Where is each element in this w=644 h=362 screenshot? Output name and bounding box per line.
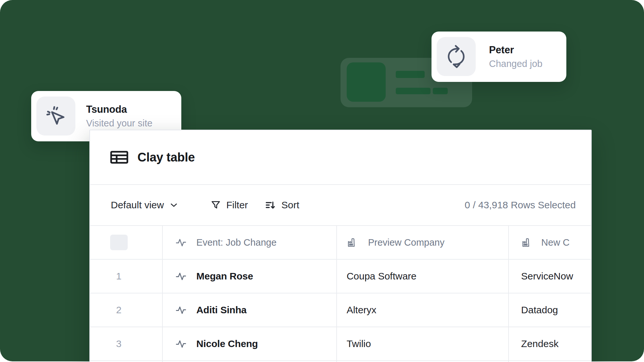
table-row: 2 Aditi Sinha Alteryx Datadog xyxy=(90,293,591,327)
company-name: ServiceNow xyxy=(521,271,573,282)
page-title: Clay table xyxy=(137,150,195,164)
data-grid: Event: Job Change Preview Company xyxy=(90,225,591,362)
column-header-label: New C xyxy=(541,237,570,248)
select-all-cell[interactable] xyxy=(90,226,163,259)
chevron-down-icon xyxy=(169,200,179,210)
table-icon xyxy=(110,150,128,164)
preview-company-cell[interactable]: Alteryx xyxy=(337,293,509,327)
table-row: 1 Megan Rose Coupa Software ServiceNow xyxy=(90,260,591,293)
rows-selected-status: 0 / 43,918 Rows Selected xyxy=(465,200,576,211)
preview-company-cell[interactable]: Twilio xyxy=(337,327,509,360)
contact-name: Megan Rose xyxy=(196,271,253,282)
notification-card-job-change: Peter Changed job xyxy=(431,32,566,82)
row-number-cell[interactable]: 2 xyxy=(90,293,163,327)
clay-hero-image: Peter Changed job Tsunoda Visited your s… xyxy=(0,0,644,362)
sync-icon xyxy=(442,42,470,71)
sort-button[interactable]: Sort xyxy=(265,199,299,211)
company-name: Twilio xyxy=(347,338,371,349)
skeleton-text-bar xyxy=(433,88,448,94)
sort-icon xyxy=(265,199,277,211)
preview-company-cell[interactable]: Coupa Software xyxy=(337,260,509,293)
company-icon xyxy=(347,237,358,248)
notification-title: Tsunoda xyxy=(86,104,152,115)
view-selector-label: Default view xyxy=(111,200,164,211)
company-name: Datadog xyxy=(521,304,558,316)
company-icon xyxy=(521,237,533,248)
new-company-cell[interactable]: Datadog xyxy=(509,293,591,327)
contact-name: Aditi Sinha xyxy=(196,304,246,316)
column-header-label: Preview Company xyxy=(368,237,444,248)
activity-icon xyxy=(175,271,187,282)
skeleton-avatar xyxy=(347,62,386,102)
view-selector[interactable]: Default view xyxy=(111,200,179,211)
column-header-new-company[interactable]: New C xyxy=(509,226,591,259)
filter-button[interactable]: Filter xyxy=(210,200,248,211)
activity-icon xyxy=(175,338,187,349)
notification-subtitle: Changed job xyxy=(489,58,542,69)
event-cell[interactable]: Aditi Sinha xyxy=(163,293,337,327)
row-number-cell[interactable]: 3 xyxy=(90,327,163,360)
skeleton-text-bar xyxy=(396,88,431,94)
row-number: 2 xyxy=(116,304,122,316)
grid-header-row: Event: Job Change Preview Company xyxy=(90,226,591,260)
filter-button-label: Filter xyxy=(226,200,248,211)
sync-icon-tile xyxy=(437,37,476,76)
activity-icon xyxy=(175,304,187,316)
notification-subtitle: Visited your site xyxy=(86,118,152,128)
notification-title: Peter xyxy=(489,45,542,56)
panel-header: Clay table xyxy=(90,130,591,184)
filter-funnel-icon xyxy=(210,200,221,211)
column-header-preview-company[interactable]: Preview Company xyxy=(337,226,509,259)
sort-button-label: Sort xyxy=(281,200,299,211)
event-cell[interactable]: Nicole Cheng xyxy=(163,327,337,360)
row-number-cell[interactable]: 1 xyxy=(90,260,163,293)
row-number: 1 xyxy=(116,271,122,282)
cursor-click-icon xyxy=(45,106,66,126)
contact-name: Nicole Cheng xyxy=(196,338,258,349)
company-name: Coupa Software xyxy=(347,271,417,282)
table-toolbar: Default view Filter Sort xyxy=(90,184,591,225)
new-company-cell[interactable]: Zendesk xyxy=(509,327,591,360)
company-name: Alteryx xyxy=(347,304,377,316)
column-header-label: Event: Job Change xyxy=(196,237,277,248)
cursor-click-icon-tile xyxy=(36,97,75,136)
column-header-event[interactable]: Event: Job Change xyxy=(163,226,337,259)
activity-icon xyxy=(175,237,187,248)
row-number: 3 xyxy=(116,338,122,349)
select-all-checkbox[interactable] xyxy=(110,235,128,250)
clay-table-panel: Clay table Default view Filter xyxy=(89,130,592,362)
skeleton-text-bar xyxy=(396,71,425,78)
new-company-cell[interactable]: ServiceNow xyxy=(509,260,591,293)
company-name: Zendesk xyxy=(521,338,559,349)
table-row: 3 Nicole Cheng Twilio Zendesk xyxy=(90,327,591,361)
event-cell[interactable]: Megan Rose xyxy=(163,260,337,293)
